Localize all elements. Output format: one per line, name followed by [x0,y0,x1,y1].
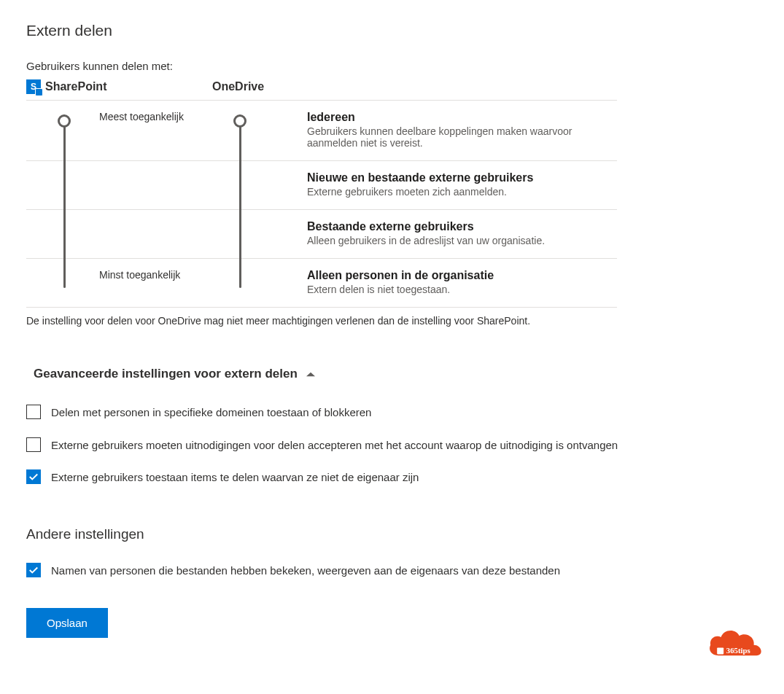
sharepoint-icon: S [26,79,41,94]
svg-text:365tips: 365tips [726,647,750,655]
checkbox-row: Externe gebruikers toestaan items te del… [26,469,758,486]
level-title: Nieuwe en bestaande externe gebruikers [307,171,617,184]
columns-header: S SharePoint OneDrive [26,79,758,94]
watermark-365tips: 365tips [705,623,771,660]
hint-least: Minst toegankelijk [99,259,212,308]
checkbox-label: Externe gebruikers moeten uitnodigingen … [51,437,618,454]
level-title: Alleen personen in de organisatie [307,269,617,282]
level-sub: Alleen gebruikers in de adreslijst van u… [307,235,617,246]
checkbox-row: Externe gebruikers moeten uitnodigingen … [26,437,758,454]
checkbox-domain-allow-block[interactable] [26,405,41,419]
checkbox-row: Delen met personen in specifieke domeine… [26,405,758,421]
level-title: Iedereen [307,111,617,124]
checkbox-allow-reshare[interactable] [26,469,41,484]
level-row: Bestaande externe gebruikers Alleen gebr… [26,210,617,259]
svg-rect-0 [717,647,723,654]
checkbox-label: Namen van personen die bestanden hebben … [51,563,560,580]
level-sub: Gebruikers kunnen deelbare koppelingen m… [307,125,617,149]
level-title: Bestaande externe gebruikers [307,220,617,233]
level-sub: Extern delen is niet toegestaan. [307,284,617,295]
levels-table: Meest toegankelijk Iedereen Gebruikers k… [26,100,617,308]
column-sharepoint-label: SharePoint [45,80,106,93]
level-row: Nieuwe en bestaande externe gebruikers E… [26,161,617,210]
level-row: Meest toegankelijk Iedereen Gebruikers k… [26,101,617,161]
level-sub: Externe gebruikers moeten zich aanmelden… [307,186,617,198]
column-onedrive-label: OneDrive [212,80,264,93]
permissions-note: De instelling voor delen voor OneDrive m… [26,315,758,327]
page-title: Extern delen [26,22,758,39]
share-with-label: Gebruikers kunnen delen met: [26,60,758,72]
checkbox-label: Delen met personen in specifieke domeine… [51,405,371,421]
advanced-settings-label: Geavanceerde instellingen voor extern de… [34,367,298,381]
level-row: Minst toegankelijk Alleen personen in de… [26,259,617,308]
chevron-up-icon [306,372,315,376]
other-settings-header: Andere instellingen [26,526,758,542]
save-button[interactable]: Opslaan [26,608,108,638]
checkbox-show-viewer-names[interactable] [26,563,41,577]
advanced-settings-toggle[interactable]: Geavanceerde instellingen voor extern de… [34,367,758,381]
checkbox-label: Externe gebruikers toestaan items te del… [51,469,419,486]
checkbox-row: Namen van personen die bestanden hebben … [26,563,758,580]
hint-most: Meest toegankelijk [99,101,212,161]
checkbox-accept-invite-same-account[interactable] [26,437,41,452]
